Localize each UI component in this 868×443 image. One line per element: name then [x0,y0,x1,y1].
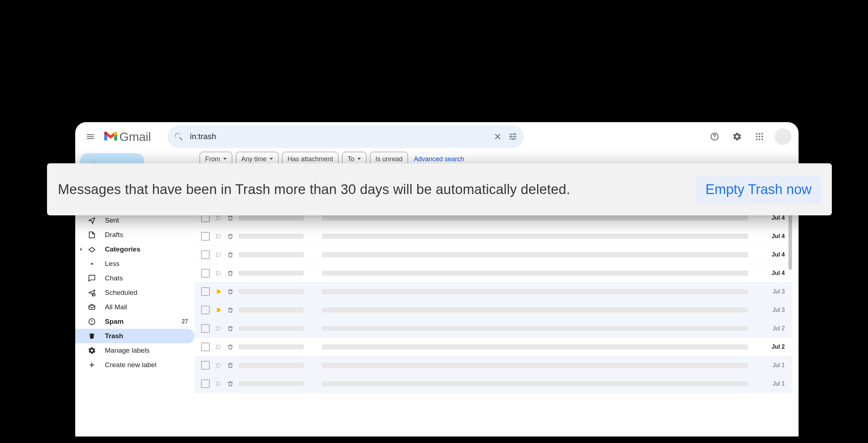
sidebar-item-allmail[interactable]: All Mail [75,300,195,314]
row-checkbox[interactable] [201,269,210,278]
sender-placeholder [239,344,304,349]
sidebar-item-drafts[interactable]: Drafts [75,228,195,242]
settings-button[interactable] [730,129,744,144]
sidebar-item-manage[interactable]: Manage labels [75,343,195,358]
sidebar-item-label: Manage labels [105,347,188,354]
filter-chip-label: Any time [241,155,267,163]
importance-marker-icon[interactable] [215,306,223,314]
sidebar-item-label: Trash [105,332,188,340]
less-icon [88,259,96,268]
sender-placeholder [239,271,304,276]
search-icon[interactable] [174,132,183,141]
sidebar-item-spam[interactable]: Spam27 [75,314,195,329]
row-date: Jul 1 [762,380,785,387]
trash-icon [226,269,234,277]
message-list: Jul 4Jul 4Jul 4Jul 4Jul 4Jul 3Jul 3Jul 2… [195,190,792,436]
spam-icon [88,317,96,326]
main-menu-button[interactable] [82,129,98,145]
gmail-logo[interactable]: Gmail [104,130,151,144]
svg-point-1 [714,138,715,139]
allmail-icon [88,303,96,311]
importance-marker-icon[interactable] [215,361,223,369]
filter-chip-label: Is unread [375,155,403,163]
subject-placeholder [322,252,748,257]
row-date: Jul 3 [762,288,785,295]
banner-text: Messages that have been in Trash more th… [58,182,689,197]
row-date: Jul 2 [762,325,785,332]
sidebar-item-scheduled[interactable]: Scheduled [75,285,195,300]
chevron-down-icon [357,158,361,162]
importance-marker-icon[interactable] [215,288,223,296]
advanced-search-link[interactable]: Advanced search [414,155,464,163]
filter-chip-label: To [348,155,354,163]
importance-marker-icon[interactable] [215,343,223,351]
trash-icon [226,306,234,314]
row-checkbox[interactable] [201,324,210,333]
header: Gmail [75,122,799,151]
row-date: Jul 2 [762,344,785,350]
message-row[interactable]: Jul 3 [195,301,792,319]
sidebar-item-sent[interactable]: Sent [75,213,195,228]
importance-marker-icon[interactable] [215,380,223,388]
sidebar-item-categories[interactable]: Categories [75,242,195,257]
sidebar-item-label: Less [105,260,188,268]
message-row[interactable]: Jul 1 [195,375,792,393]
sidebar-item-less[interactable]: Less [75,257,195,271]
manage-icon [88,346,96,355]
message-row[interactable]: Jul 2 [195,338,792,356]
clear-search-icon[interactable] [493,132,502,141]
sender-placeholder [239,234,304,239]
sidebar-item-trash[interactable]: Trash [75,329,195,343]
sidebar-item-chats[interactable]: Chats [75,271,195,285]
importance-marker-icon[interactable] [215,269,223,277]
sidebar-item-label: All Mail [105,303,188,311]
sidebar-item-newlabel[interactable]: Create new label [75,358,195,372]
sent-icon [88,216,96,225]
row-checkbox[interactable] [201,379,210,388]
importance-marker-icon[interactable] [215,232,223,240]
row-checkbox[interactable] [201,306,210,314]
subject-placeholder [322,271,748,276]
row-checkbox[interactable] [201,232,210,241]
svg-rect-13 [89,305,95,309]
importance-marker-icon[interactable] [215,251,223,259]
subject-placeholder [322,289,748,294]
row-checkbox[interactable] [201,250,210,259]
apps-button[interactable] [752,129,767,144]
trash-banner: Messages that have been in Trash more th… [47,163,832,215]
gmail-m-icon [104,132,117,142]
sidebar-item-label: Chats [105,274,188,282]
message-row[interactable]: Jul 4 [195,227,792,246]
sidebar-item-count: 27 [182,318,188,325]
header-actions [707,128,791,145]
search-bar [167,125,524,148]
search-options-icon[interactable] [508,132,518,141]
chevron-down-icon [269,158,273,162]
row-checkbox[interactable] [201,343,210,351]
row-checkbox[interactable] [201,287,210,296]
app-name: Gmail [119,130,151,144]
sender-placeholder [239,307,304,313]
row-date: Jul 4 [762,215,785,221]
message-row[interactable]: Jul 4 [195,264,792,283]
support-button[interactable] [707,129,722,144]
message-row[interactable]: Jul 3 [195,283,792,301]
importance-marker-icon[interactable] [215,324,223,332]
sidebar-item-label: Sent [105,216,188,224]
trash-icon [226,343,234,351]
message-row[interactable]: Jul 1 [195,356,792,375]
chats-icon [88,274,96,283]
filter-chip-label: Has attachment [288,155,333,163]
svg-point-2 [756,133,757,134]
row-checkbox[interactable] [201,361,210,370]
svg-point-15 [92,323,92,324]
account-avatar[interactable] [775,128,791,145]
sender-placeholder [239,289,304,294]
empty-trash-button[interactable]: Empty Trash now [696,175,821,204]
search-input[interactable] [189,132,487,142]
message-row[interactable]: Jul 2 [195,319,792,338]
subject-placeholder [322,344,748,349]
message-row[interactable]: Jul 4 [195,246,792,264]
svg-point-10 [761,138,763,140]
trash-icon [88,332,96,340]
